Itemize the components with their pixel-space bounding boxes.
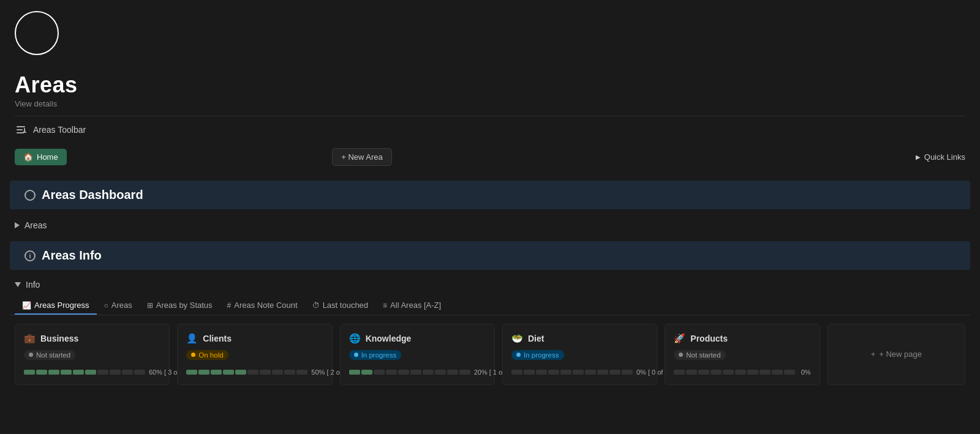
- progress-block: [573, 370, 584, 375]
- progress-block: [61, 370, 72, 375]
- tab-icon-areas-note-count: #: [227, 301, 232, 310]
- progress-block: [85, 370, 96, 375]
- progress-block: [423, 370, 434, 375]
- toolbar-label: Areas Toolbar: [33, 125, 86, 135]
- progress-block: [447, 370, 458, 375]
- progress-text-products: 0%: [801, 369, 811, 376]
- progress-block: [674, 370, 685, 375]
- progress-block: [784, 370, 795, 375]
- card-knowledge: 🌐 Knowledge In progress 20% [ 1 of 5 Tas…: [340, 324, 495, 385]
- progress-block: [698, 370, 709, 375]
- view-details-link[interactable]: View details: [15, 99, 965, 108]
- progress-block: [398, 370, 409, 375]
- progress-row-knowledge: 20% [ 1 of 5 Tasks ]: [349, 369, 486, 376]
- tab-icon-last-touched: ⏱: [312, 301, 320, 310]
- progress-block: [198, 370, 209, 375]
- card-icon-knowledge: 🌐: [349, 333, 361, 344]
- toolbar-icon: [15, 124, 27, 136]
- card-title-row: 🚀 Products: [674, 333, 810, 344]
- areas-expand-icon[interactable]: [15, 222, 20, 228]
- progress-row-diet: 0% [ 0 of 1 Tasks ]: [511, 369, 648, 376]
- progress-block: [97, 370, 108, 375]
- card-clients: 👤 Clients On hold 50% [ 2 of 4 Tasks ]: [177, 324, 332, 385]
- progress-block: [260, 370, 271, 375]
- new-area-button[interactable]: + New Area: [332, 148, 392, 166]
- card-diet: 🥗 Diet In progress 0% [ 0 of 1 Tasks ]: [502, 324, 657, 385]
- card-title-products: Products: [690, 334, 728, 343]
- status-label-clients: On hold: [198, 351, 223, 359]
- info-collapse-row: Info: [10, 275, 970, 294]
- progress-block: [24, 370, 35, 375]
- card-products: 🚀 Products Not started 0%: [665, 324, 820, 385]
- logo-area: [0, 0, 980, 66]
- status-badge-knowledge: In progress: [349, 350, 402, 360]
- card-icon-clients: 👤: [186, 333, 198, 344]
- status-dot-clients: [191, 353, 195, 357]
- progress-bar-diet: [511, 370, 633, 375]
- progress-block: [272, 370, 283, 375]
- progress-row-business: 60% [ 3 of 5 Tasks ]: [24, 369, 160, 376]
- progress-bar-products: [674, 370, 797, 375]
- progress-block: [585, 370, 596, 375]
- page-header: Areas View details: [0, 66, 980, 116]
- page-title: Areas: [15, 72, 965, 98]
- progress-block: [772, 370, 783, 375]
- areas-row[interactable]: Areas: [0, 214, 980, 236]
- progress-block: [760, 370, 771, 375]
- status-dot-business: [29, 353, 33, 357]
- progress-bar-business: [24, 370, 145, 375]
- areas-dashboard-section[interactable]: Areas Dashboard: [10, 181, 970, 209]
- tab-areas-by-status[interactable]: ⊞Areas by Status: [140, 297, 220, 315]
- status-label-diet: In progress: [524, 351, 559, 359]
- progress-block: [735, 370, 746, 375]
- progress-block: [524, 370, 535, 375]
- tab-all-areas[interactable]: ≡All Areas [A-Z]: [375, 297, 448, 315]
- progress-block: [284, 370, 295, 375]
- tab-icon-areas-by-status: ⊞: [147, 301, 153, 310]
- card-title-diet: Diet: [528, 334, 544, 343]
- status-badge-clients: On hold: [186, 350, 228, 360]
- new-page-card[interactable]: ++ New page: [827, 324, 965, 385]
- tab-icon-areas: ○: [104, 301, 108, 310]
- home-button[interactable]: 🏠 Home: [15, 149, 67, 165]
- progress-block: [710, 370, 722, 375]
- quick-links-button[interactable]: ▶ Quick Links: [916, 152, 965, 162]
- info-collapse-icon[interactable]: [15, 282, 21, 287]
- tab-icon-all-areas: ≡: [383, 301, 387, 310]
- logo-circle: [15, 11, 59, 55]
- cards-container: 💼 Business Not started 60% [ 3 of 5 Task…: [10, 315, 970, 390]
- status-dot-knowledge: [354, 353, 358, 357]
- tab-areas[interactable]: ○Areas: [97, 297, 140, 315]
- info-circle-icon: i: [24, 250, 36, 261]
- status-dot-products: [679, 353, 683, 357]
- new-page-label: + New page: [879, 350, 922, 359]
- card-title-knowledge: Knowledge: [366, 334, 412, 343]
- svg-rect-1: [17, 129, 23, 130]
- tab-areas-progress[interactable]: 📈Areas Progress: [15, 297, 97, 315]
- progress-block: [459, 370, 470, 375]
- progress-block: [536, 370, 547, 375]
- progress-block: [73, 370, 84, 375]
- areas-info-title: Areas Info: [42, 249, 102, 263]
- progress-block: [435, 370, 446, 375]
- tab-icon-areas-progress: 📈: [22, 301, 31, 310]
- tabs-row: 📈Areas Progress○Areas⊞Areas by Status#Ar…: [10, 294, 970, 315]
- status-badge-business: Not started: [24, 350, 75, 360]
- card-icon-diet: 🥗: [511, 333, 523, 344]
- new-page-icon: +: [871, 350, 876, 359]
- progress-block: [386, 370, 397, 375]
- tab-areas-note-count[interactable]: #Areas Note Count: [220, 297, 305, 315]
- areas-row-label[interactable]: Areas: [24, 220, 47, 230]
- card-icon-business: 💼: [24, 333, 36, 344]
- progress-block: [186, 370, 197, 375]
- progress-block: [223, 370, 234, 375]
- card-business: 💼 Business Not started 60% [ 3 of 5 Task…: [15, 324, 170, 385]
- card-title-row: 🌐 Knowledge: [349, 333, 486, 344]
- areas-info-section[interactable]: i Areas Info: [10, 241, 970, 270]
- progress-block: [349, 370, 360, 375]
- tab-last-touched[interactable]: ⏱Last touched: [305, 297, 375, 315]
- progress-block: [361, 370, 372, 375]
- progress-block: [296, 370, 307, 375]
- card-title-row: 🥗 Diet: [511, 333, 648, 344]
- progress-block: [597, 370, 608, 375]
